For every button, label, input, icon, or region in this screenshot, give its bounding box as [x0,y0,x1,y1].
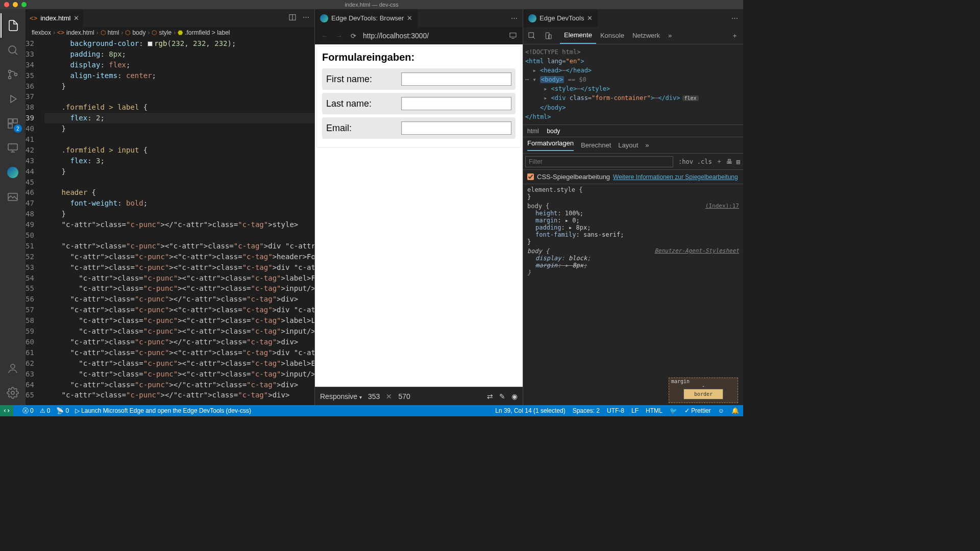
settings-gear-icon[interactable] [1,381,25,405]
inspect-element-icon[interactable] [527,31,536,40]
input-first-name[interactable] [401,72,511,86]
print-icon[interactable]: 🖶 [726,158,732,165]
svg-point-1 [9,70,11,73]
panel-overflow-icon[interactable]: » [664,27,676,44]
window-title: index.html — dev-css [345,2,398,8]
responsive-dropdown[interactable]: Responsive ▾ [320,392,362,400]
styles-filter-input[interactable] [525,156,673,167]
css-mirror-link[interactable]: Weitere Informationen zur Spiegelbearbei… [613,173,738,181]
css-mirror-row: CSS-Spiegelbearbeitung Weitere Informati… [523,170,743,184]
close-tab-icon[interactable]: ✕ [74,14,79,22]
debug-icon[interactable] [1,87,25,111]
search-icon[interactable] [1,38,25,62]
new-rule-icon[interactable]: ＋ [716,157,722,166]
devtools-toolbar: Elemente Konsole Netzwerk » ＋ [523,27,743,44]
formfield-email: Email: [322,117,516,139]
status-cursor-pos[interactable]: Ln 39, Col 14 (1 selected) [495,407,565,414]
status-errors[interactable]: ⓧ 0 [22,407,34,415]
gallery-icon[interactable] [1,185,25,209]
wand-icon[interactable]: ✎ [499,392,505,400]
close-devtools-tab-icon[interactable]: ✕ [587,14,593,22]
status-language[interactable]: HTML [646,407,663,414]
add-panel-icon[interactable]: ＋ [730,31,739,40]
status-indentation[interactable]: Spaces: 2 [573,407,600,414]
crumb-html[interactable]: html [527,128,539,135]
explorer-icon[interactable] [1,13,25,38]
nav-forward-icon[interactable]: → [334,31,344,40]
preview-tab[interactable]: Edge DevTools: Browser ✕ [315,9,418,27]
subtab-styles[interactable]: Formatvorlagen [527,139,574,151]
split-editor-icon[interactable] [288,13,297,23]
edge-icon [528,14,536,22]
devtools-tab-label: Edge DevTools [540,14,584,22]
code-editor[interactable]: 3233343536373839404142434445464748495051… [26,38,314,405]
css-mirror-checkbox[interactable] [527,173,534,180]
edge-tools-icon[interactable] [1,160,25,185]
reload-icon[interactable]: ⟳ [349,31,358,40]
maximize-window-icon[interactable] [21,2,27,7]
window-controls [4,2,27,7]
close-preview-tab-icon[interactable]: ✕ [407,14,412,22]
crumb-html: ⬡ html [101,29,119,36]
status-prettier[interactable]: ✓ Prettier [684,407,711,414]
preview-viewport[interactable]: Formulareingaben: First name: Last name:… [315,44,523,387]
toggle-sidebar-icon[interactable]: ▤ [737,158,740,165]
dom-breadcrumbs[interactable]: html body [523,124,743,137]
more-preview-actions-icon[interactable]: ⋯ [511,14,518,22]
close-window-icon[interactable] [4,2,9,7]
panel-network[interactable]: Netzwerk [628,27,664,44]
remote-indicator-icon[interactable] [0,405,13,416]
status-ports[interactable]: 📡 0 [56,407,69,414]
input-email[interactable] [401,121,511,135]
extensions-badge: 2 [14,124,22,133]
rotate-icon[interactable]: ⇄ [487,392,493,400]
cls-toggle[interactable]: .cls [697,158,712,165]
styles-subtabs: Formatvorlagen Berechnet Layout » [523,137,743,154]
status-feedback-icon[interactable]: ☺ [718,407,724,414]
more-actions-icon[interactable]: ⋯ [303,13,309,23]
panel-elements[interactable]: Elemente [560,27,596,44]
viewport-width[interactable]: 353 [368,392,380,400]
dim-sep: ✕ [386,392,392,400]
rule-source-link[interactable]: (Index):17 [705,203,739,209]
editor-tab-bar: <> index.html ✕ ⋯ [26,9,314,27]
hov-toggle[interactable]: :hov [678,158,693,165]
svg-rect-12 [510,33,516,37]
extensions-icon[interactable]: 2 [1,111,25,136]
styles-panel[interactable]: element.style { } body {(Index):17 heigh… [523,184,743,405]
titlebar: index.html — dev-css [0,0,743,9]
subtab-overflow-icon[interactable]: » [645,141,649,149]
editor-tab[interactable]: <> index.html ✕ [26,9,83,27]
remote-explorer-icon[interactable] [1,136,25,160]
address-bar[interactable]: http://localhost:3000/ [363,32,503,40]
svg-rect-5 [13,119,17,123]
status-bell-icon[interactable]: 🔔 [731,407,739,414]
account-icon[interactable] [1,356,25,381]
status-eol[interactable]: LF [631,407,639,414]
svg-point-2 [9,77,11,79]
subtab-computed[interactable]: Berechnet [581,141,611,149]
svg-rect-4 [8,119,12,123]
css-mirror-label: CSS-Spiegelbearbeitung [537,173,610,181]
status-warnings[interactable]: ⚠ 0 [40,407,51,414]
status-encoding[interactable]: UTF-8 [607,407,624,414]
viewport-height[interactable]: 570 [398,392,410,400]
crumb-file: <> index.html [57,29,94,36]
label-last-name: Last name: [326,98,399,109]
minimize-window-icon[interactable] [13,2,18,7]
status-launch-task[interactable]: ▷ Launch Microsoft Edge and open the Edg… [75,407,251,414]
dom-tree[interactable]: <!DOCTYPE html> <html lang="en"> ▸ <head… [523,44,743,124]
status-tweet-icon[interactable]: 🐦 [670,407,677,414]
breadcrumb-bar[interactable]: flexbox › <> index.html › ⬡ html › ⬡ bod… [26,27,314,38]
panel-console[interactable]: Konsole [596,27,628,44]
subtab-layout[interactable]: Layout [618,141,638,149]
input-last-name[interactable] [401,97,511,110]
crumb-body[interactable]: body [547,128,560,135]
more-devtools-icon[interactable]: ⋯ [731,14,738,22]
screencast-icon[interactable] [508,31,518,40]
devtools-tab[interactable]: Edge DevTools ✕ [523,9,598,27]
device-emulation-icon[interactable] [544,31,553,40]
camera-icon[interactable]: ◉ [511,392,518,400]
nav-back-icon[interactable]: ← [320,31,329,40]
source-control-icon[interactable] [1,62,25,87]
